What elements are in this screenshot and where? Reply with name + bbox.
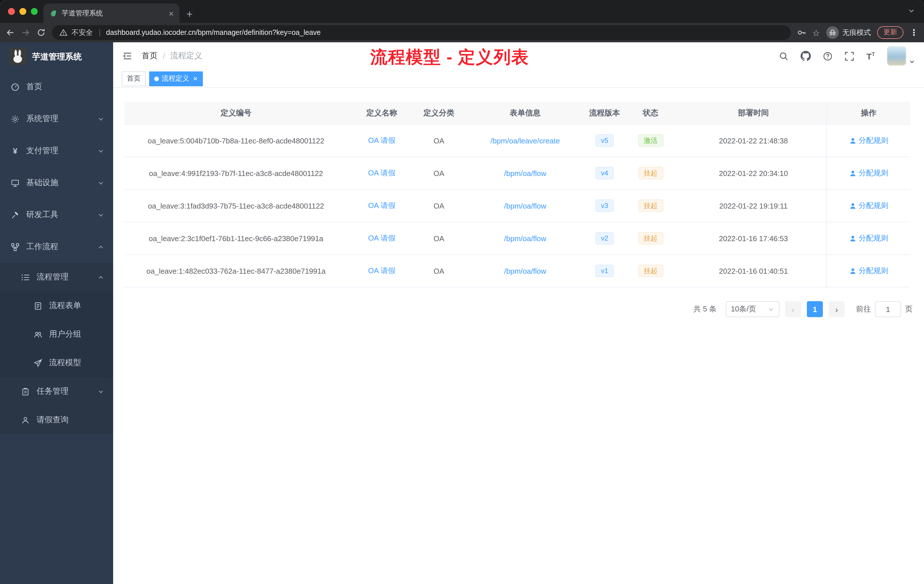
page-size-select[interactable]: 10条/页 bbox=[726, 301, 779, 317]
sidebar-item-system[interactable]: 系统管理 bbox=[0, 103, 113, 135]
assign-rule-button[interactable]: 分配规则 bbox=[849, 233, 888, 243]
version-badge: v2 bbox=[595, 232, 614, 244]
sidebar-item-label: 请假查询 bbox=[36, 415, 69, 425]
breadcrumb-home[interactable]: 首页 bbox=[142, 51, 158, 61]
form-link[interactable]: /bpm/oa/flow bbox=[504, 267, 546, 275]
tag-process-definition[interactable]: 流程定义 × bbox=[149, 71, 203, 86]
window-minimize-button[interactable] bbox=[20, 8, 26, 15]
reload-button[interactable] bbox=[36, 28, 46, 37]
browser-toolbar: 不安全 dashboard.yudao.iocoder.cn/bpm/manag… bbox=[0, 23, 924, 42]
definition-name-link[interactable]: OA 请假 bbox=[368, 168, 395, 178]
update-button[interactable]: 更新 bbox=[877, 26, 903, 39]
chevron-down-icon bbox=[98, 388, 104, 394]
security-label: 不安全 bbox=[71, 28, 93, 38]
site-favicon-icon bbox=[49, 9, 57, 17]
definition-name-link[interactable]: OA 请假 bbox=[368, 201, 395, 211]
tools-icon bbox=[9, 211, 21, 219]
sidebar-item-user-group[interactable]: 用户分组 bbox=[0, 320, 113, 348]
user-group-icon bbox=[32, 330, 44, 338]
sidebar-item-label: 工作流程 bbox=[26, 242, 58, 252]
new-tab-button[interactable]: + bbox=[186, 8, 193, 20]
definition-table: 定义编号 定义名称 定义分类 表单信息 流程版本 状态 部署时间 操作 oa_l… bbox=[125, 102, 910, 287]
table-row: oa_leave:2:3c1f0ef1-76b1-11ec-9c66-a2380… bbox=[125, 222, 910, 255]
avatar-chevron-icon bbox=[909, 59, 915, 66]
sidebar-item-label: 系统管理 bbox=[26, 114, 58, 124]
definition-category: OA bbox=[416, 222, 462, 254]
key-icon[interactable] bbox=[797, 28, 806, 37]
logo[interactable]: 芋道管理系统 bbox=[0, 42, 113, 71]
form-link[interactable]: /bpm/oa/leave/create bbox=[490, 136, 560, 145]
bookmark-star-icon[interactable]: ☆ bbox=[812, 28, 820, 37]
sidebar-item-payment[interactable]: ¥ 支付管理 bbox=[0, 135, 113, 167]
form-link[interactable]: /bpm/oa/flow bbox=[504, 201, 546, 210]
fullscreen-icon[interactable] bbox=[845, 51, 855, 61]
help-icon[interactable] bbox=[823, 51, 833, 61]
definition-name-link[interactable]: OA 请假 bbox=[368, 233, 395, 243]
window-controls bbox=[8, 8, 38, 15]
user-icon bbox=[849, 234, 856, 242]
col-actions: 操作 bbox=[826, 102, 910, 124]
prev-page-button[interactable]: ‹ bbox=[785, 301, 801, 317]
sidebar-item-home[interactable]: 首页 bbox=[0, 71, 113, 103]
sidebar-item-process-management[interactable]: 流程管理 bbox=[0, 263, 113, 292]
page-goto-input[interactable] bbox=[875, 301, 901, 317]
sidebar-item-task-management[interactable]: 任务管理 bbox=[0, 377, 113, 406]
sidebar-item-label: 支付管理 bbox=[26, 146, 58, 156]
version-badge: v4 bbox=[595, 167, 614, 180]
window-zoom-button[interactable] bbox=[31, 8, 38, 15]
sidebar-item-devtools[interactable]: 研发工具 bbox=[0, 199, 113, 231]
tab-search-chevron-icon[interactable] bbox=[908, 7, 915, 14]
chevron-up-icon bbox=[98, 274, 104, 280]
sidebar-item-label: 流程管理 bbox=[36, 272, 69, 282]
sidebar-item-workflow[interactable]: 工作流程 bbox=[0, 231, 113, 263]
main-area: 首页 / 流程定义 TT bbox=[113, 42, 924, 584]
assign-rule-button[interactable]: 分配规则 bbox=[849, 201, 888, 211]
window-close-button[interactable] bbox=[8, 8, 15, 15]
back-button[interactable] bbox=[6, 28, 15, 37]
tab-close-icon[interactable]: × bbox=[168, 9, 174, 17]
dashboard-icon bbox=[9, 82, 21, 91]
form-link[interactable]: /bpm/oa/flow bbox=[504, 234, 546, 243]
user-icon bbox=[20, 416, 31, 424]
col-deploy-time: 部署时间 bbox=[681, 102, 826, 124]
assign-rule-button[interactable]: 分配规则 bbox=[849, 168, 888, 178]
process-management-icon bbox=[20, 273, 31, 281]
github-icon[interactable] bbox=[801, 51, 811, 61]
annotation-overlay: 流程模型 - 定义列表 bbox=[370, 47, 529, 68]
definition-name-link[interactable]: OA 请假 bbox=[368, 266, 395, 276]
version-badge: v3 bbox=[595, 200, 614, 212]
search-icon[interactable] bbox=[779, 51, 789, 61]
definition-category: OA bbox=[416, 125, 462, 157]
table-row: oa_leave:5:004b710b-7b8a-11ec-8ef0-acde4… bbox=[125, 125, 910, 157]
sidebar-item-leave-query[interactable]: 请假查询 bbox=[0, 406, 113, 434]
tag-active-dot bbox=[154, 76, 159, 81]
font-size-icon[interactable]: TT bbox=[866, 52, 875, 60]
sidebar-collapse-button[interactable] bbox=[122, 51, 132, 61]
sidebar-item-label: 首页 bbox=[26, 82, 42, 92]
tag-close-icon[interactable]: × bbox=[193, 75, 198, 82]
browser-tab[interactable]: 芋道管理系统 × bbox=[43, 3, 180, 23]
chevron-down-icon bbox=[98, 148, 104, 154]
sidebar-item-process-model[interactable]: 流程模型 bbox=[0, 348, 113, 377]
forward-button[interactable] bbox=[21, 28, 30, 37]
sidebar-item-process-form[interactable]: 流程表单 bbox=[0, 292, 113, 320]
workflow-icon bbox=[9, 243, 21, 251]
header-actions: TT bbox=[779, 46, 915, 66]
next-page-button[interactable]: › bbox=[828, 301, 845, 317]
deploy-time: 2022-01-22 19:19:11 bbox=[681, 190, 826, 222]
chevron-down-icon bbox=[98, 212, 104, 218]
sidebar-item-infrastructure[interactable]: 基础设施 bbox=[0, 167, 113, 199]
current-page-button[interactable]: 1 bbox=[807, 301, 823, 317]
sidebar-item-label: 基础设施 bbox=[26, 178, 58, 188]
definition-id: oa_leave:1:482ec033-762a-11ec-8477-a2380… bbox=[125, 255, 347, 287]
form-link[interactable]: /bpm/oa/flow bbox=[504, 169, 546, 177]
user-menu[interactable] bbox=[887, 46, 915, 66]
url-divider bbox=[99, 29, 100, 36]
goto-label: 前往 bbox=[856, 304, 871, 314]
definition-name-link[interactable]: OA 请假 bbox=[368, 135, 395, 146]
assign-rule-button[interactable]: 分配规则 bbox=[849, 135, 888, 146]
assign-rule-button[interactable]: 分配规则 bbox=[849, 266, 888, 276]
tag-home[interactable]: 首页 bbox=[122, 71, 146, 86]
address-bar[interactable]: 不安全 dashboard.yudao.iocoder.cn/bpm/manag… bbox=[52, 25, 790, 40]
browser-menu-button[interactable]: ⋮ bbox=[910, 27, 918, 38]
